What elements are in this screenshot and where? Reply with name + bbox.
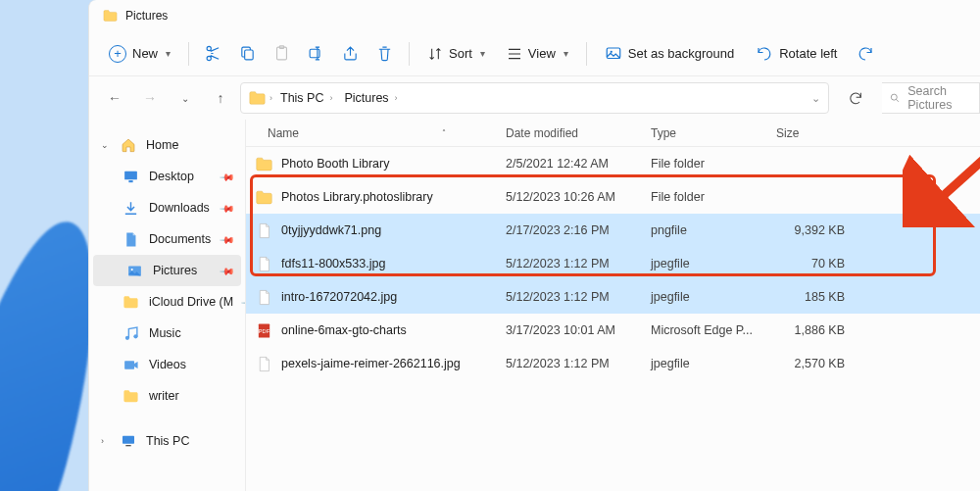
sidebar-item-videos[interactable]: Videos bbox=[89, 349, 245, 380]
set-bg-label: Set as background bbox=[628, 46, 734, 61]
file-name-cell: Photos Library.photoslibrary bbox=[246, 189, 496, 206]
view-button[interactable]: View ▾ bbox=[497, 40, 578, 68]
column-headers: Name˄ Date modified Type Size bbox=[246, 120, 980, 147]
refresh-button[interactable] bbox=[839, 82, 872, 114]
file-row[interactable]: PDFonline-6max-gto-charts3/17/2023 10:01… bbox=[246, 314, 980, 347]
file-type-cell: jpegfile bbox=[641, 357, 766, 370]
file-name-cell: 0tyjjyyddwk71.png bbox=[246, 222, 496, 239]
share-button[interactable] bbox=[334, 39, 367, 68]
rotate-right-button[interactable] bbox=[849, 39, 874, 69]
rotate-left-icon bbox=[756, 45, 773, 63]
file-size-cell: 2,570 KB bbox=[766, 357, 855, 370]
delete-button[interactable] bbox=[368, 39, 401, 68]
cut-button[interactable] bbox=[197, 39, 229, 68]
svg-rect-14 bbox=[124, 361, 134, 369]
file-name: Photos Library.photoslibrary bbox=[281, 190, 433, 204]
rotate-left-button[interactable]: Rotate left bbox=[746, 39, 847, 69]
file-icon bbox=[256, 289, 272, 306]
folder-icon bbox=[256, 189, 272, 206]
sidebar-label: This PC bbox=[146, 434, 189, 448]
copy-button[interactable] bbox=[231, 39, 264, 68]
sidebar-item-desktop[interactable]: Desktop📌 bbox=[89, 161, 245, 192]
divider bbox=[409, 42, 410, 66]
file-icon bbox=[256, 356, 272, 372]
svg-rect-8 bbox=[124, 171, 137, 179]
folder-icon bbox=[122, 294, 139, 311]
column-name[interactable]: Name˄ bbox=[246, 126, 496, 140]
breadcrumb-root[interactable]: This PC› bbox=[276, 89, 336, 107]
copy-icon bbox=[239, 45, 256, 62]
file-size-cell: 1,886 KB bbox=[766, 323, 855, 337]
file-icon bbox=[256, 256, 272, 272]
file-date-cell: 5/12/2023 1:12 PM bbox=[496, 257, 641, 270]
set-background-button[interactable]: Set as background bbox=[595, 39, 744, 69]
title-bar[interactable]: Pictures bbox=[89, 0, 980, 31]
column-date[interactable]: Date modified bbox=[496, 126, 641, 140]
pin-icon: 📌 bbox=[220, 231, 235, 247]
trash-icon bbox=[376, 45, 393, 62]
chevron-down-icon: ▾ bbox=[564, 48, 568, 59]
folder-icon bbox=[122, 388, 139, 405]
view-label: View bbox=[528, 46, 556, 61]
svg-point-7 bbox=[891, 94, 897, 100]
picture-icon bbox=[605, 45, 622, 63]
svg-point-12 bbox=[125, 335, 129, 339]
forward-button[interactable]: → bbox=[134, 82, 166, 114]
file-name: 0tyjjyyddwk71.png bbox=[281, 223, 381, 237]
file-row[interactable]: fdfs11-800x533.jpg5/12/2023 1:12 PMjpegf… bbox=[246, 247, 980, 280]
file-name-cell: PDFonline-6max-gto-charts bbox=[246, 322, 496, 339]
sidebar-label: Home bbox=[146, 138, 178, 152]
paste-button[interactable] bbox=[266, 39, 298, 68]
sidebar-item-downloads[interactable]: Downloads📌 bbox=[89, 192, 245, 223]
file-size-cell: 9,392 KB bbox=[766, 223, 855, 237]
chevron-down-icon[interactable]: ⌄ bbox=[811, 92, 820, 105]
folder-icon bbox=[103, 10, 118, 22]
svg-point-13 bbox=[133, 334, 137, 338]
file-date-cell: 5/12/2023 1:12 PM bbox=[496, 357, 641, 370]
file-size-cell: 70 KB bbox=[766, 257, 855, 270]
file-row[interactable]: pexels-jaime-reimer-2662116.jpg5/12/2023… bbox=[246, 347, 980, 380]
toolbar: + New ▾ Sort ▾ View ▾ Set as background bbox=[89, 31, 980, 76]
file-row[interactable]: 0tyjjyyddwk71.png2/17/2023 2:16 PMpngfil… bbox=[246, 214, 980, 247]
file-row[interactable]: Photos Library.photoslibrary5/12/2023 10… bbox=[246, 180, 980, 214]
address-bar[interactable]: › This PC› Pictures› ⌄ bbox=[240, 82, 829, 114]
sidebar-item-pictures[interactable]: Pictures📌 bbox=[93, 255, 241, 286]
file-date-cell: 3/17/2023 10:01 AM bbox=[496, 323, 641, 337]
back-button[interactable]: ← bbox=[99, 82, 130, 114]
sidebar-item-writer[interactable]: writer bbox=[89, 380, 245, 412]
file-type-cell: File folder bbox=[641, 190, 766, 204]
folder-icon bbox=[249, 91, 266, 105]
sort-button[interactable]: Sort ▾ bbox=[417, 40, 495, 68]
rename-button[interactable] bbox=[300, 39, 332, 68]
documents-icon bbox=[122, 231, 139, 248]
sidebar-item-icloud[interactable]: iCloud Drive (M📌 bbox=[89, 286, 245, 318]
svg-rect-15 bbox=[122, 436, 134, 444]
up-button[interactable]: ↑ bbox=[205, 82, 236, 114]
file-row[interactable]: intro-1672072042.jpg5/12/2023 1:12 PMjpe… bbox=[246, 280, 980, 314]
music-icon bbox=[122, 325, 139, 342]
sidebar-item-this-pc[interactable]: › This PC bbox=[89, 425, 245, 457]
column-type[interactable]: Type bbox=[641, 126, 766, 140]
column-size[interactable]: Size bbox=[766, 126, 855, 140]
file-name: intro-1672072042.jpg bbox=[281, 290, 397, 304]
search-placeholder: Search Pictures bbox=[907, 84, 971, 112]
nav-row: ← → ⌄ ↑ › This PC› Pictures› ⌄ Search Pi… bbox=[89, 76, 980, 120]
breadcrumb-folder[interactable]: Pictures› bbox=[340, 89, 401, 107]
sidebar-item-home[interactable]: ⌄ Home bbox=[89, 129, 245, 161]
file-row[interactable]: Photo Booth Library2/5/2021 12:42 AMFile… bbox=[246, 147, 980, 180]
recent-dropdown[interactable]: ⌄ bbox=[170, 82, 201, 114]
divider bbox=[586, 42, 587, 66]
search-box[interactable]: Search Pictures bbox=[882, 82, 980, 114]
view-icon bbox=[507, 46, 522, 62]
chevron-right-icon: › bbox=[270, 93, 272, 103]
svg-rect-1 bbox=[245, 50, 253, 60]
explorer-window: Pictures + New ▾ Sort ▾ View ▾ Set as ba… bbox=[88, 0, 980, 491]
divider bbox=[188, 42, 189, 66]
svg-rect-16 bbox=[125, 445, 130, 446]
file-date-cell: 2/17/2023 2:16 PM bbox=[496, 223, 641, 237]
file-name-cell: Photo Booth Library bbox=[246, 156, 496, 172]
sidebar-item-documents[interactable]: Documents📌 bbox=[89, 223, 245, 255]
new-button[interactable]: + New ▾ bbox=[99, 39, 180, 69]
file-type-cell: jpegfile bbox=[641, 257, 766, 270]
sidebar-item-music[interactable]: Music bbox=[89, 318, 245, 349]
